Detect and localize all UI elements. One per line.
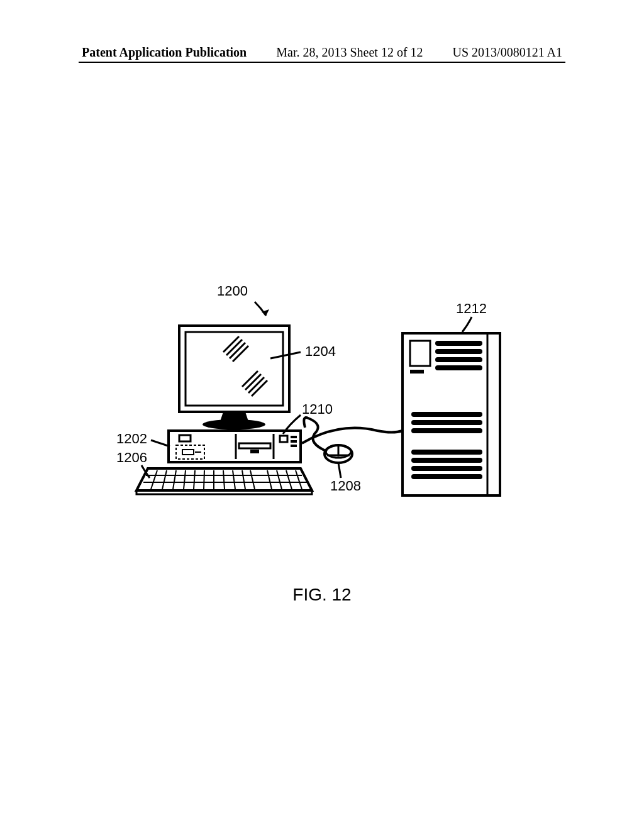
- monitor-icon: [179, 326, 289, 429]
- header-divider: [79, 62, 565, 63]
- svg-line-59: [338, 463, 341, 478]
- header-publication-number: US 2013/0080121 A1: [453, 45, 562, 60]
- svg-rect-53: [411, 450, 482, 455]
- svg-line-22: [162, 470, 167, 489]
- figure-diagram: 1200 1212 1204 1210 1202 1206 1208: [113, 289, 528, 553]
- svg-line-28: [223, 470, 225, 489]
- svg-line-35: [296, 470, 302, 489]
- svg-line-29: [233, 470, 235, 489]
- computer-system-diagram: [113, 289, 528, 553]
- svg-rect-19: [182, 450, 194, 455]
- svg-line-25: [194, 470, 195, 489]
- svg-line-23: [173, 470, 176, 489]
- svg-rect-55: [411, 466, 482, 471]
- reference-label-1208: 1208: [330, 478, 361, 494]
- svg-line-34: [286, 470, 292, 489]
- svg-rect-47: [435, 349, 482, 354]
- desktop-box-icon: [169, 431, 301, 462]
- svg-rect-49: [435, 365, 482, 370]
- svg-rect-46: [435, 341, 482, 346]
- svg-rect-14: [291, 436, 297, 438]
- svg-rect-45: [410, 370, 424, 374]
- header-date-sheet: Mar. 28, 2013 Sheet 12 of 12: [276, 45, 423, 60]
- svg-point-8: [203, 419, 265, 429]
- svg-rect-16: [291, 445, 297, 447]
- svg-rect-50: [411, 412, 482, 417]
- figure-caption: FIG. 12: [0, 585, 644, 605]
- svg-rect-54: [411, 458, 482, 463]
- reference-label-1206: 1206: [116, 450, 147, 466]
- svg-rect-56: [411, 474, 482, 479]
- svg-line-32: [267, 470, 272, 489]
- reference-label-1212: 1212: [456, 301, 487, 317]
- svg-line-33: [277, 470, 282, 489]
- svg-rect-10: [250, 450, 259, 453]
- svg-line-26: [204, 470, 204, 489]
- svg-rect-17: [179, 435, 191, 441]
- svg-line-58: [270, 352, 301, 358]
- page-header: Patent Application Publication Mar. 28, …: [0, 45, 644, 60]
- svg-rect-9: [239, 443, 270, 448]
- header-publication-type: Patent Application Publication: [82, 45, 247, 60]
- svg-rect-13: [280, 436, 287, 442]
- server-tower-icon: [402, 333, 500, 495]
- reference-label-1202: 1202: [116, 431, 147, 447]
- keyboard-icon: [136, 468, 312, 494]
- svg-rect-52: [411, 428, 482, 433]
- svg-rect-15: [291, 440, 297, 443]
- svg-rect-44: [410, 341, 430, 366]
- reference-label-1204: 1204: [305, 343, 336, 360]
- mouse-icon: [304, 418, 352, 463]
- svg-line-30: [242, 470, 245, 489]
- svg-line-24: [184, 470, 186, 489]
- svg-rect-51: [411, 420, 482, 425]
- svg-line-31: [250, 470, 255, 489]
- svg-rect-48: [435, 357, 482, 362]
- reference-label-1210: 1210: [302, 401, 333, 418]
- reference-label-1200: 1200: [217, 283, 248, 299]
- svg-line-21: [151, 470, 157, 489]
